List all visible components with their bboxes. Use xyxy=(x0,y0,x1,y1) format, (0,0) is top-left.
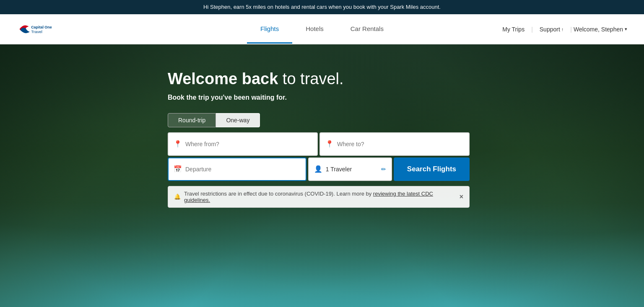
one-way-tab[interactable]: One-way xyxy=(216,113,260,127)
covid-notice-banner: 🔔 Travel restrictions are in effect due … xyxy=(168,186,470,208)
my-trips-link[interactable]: My Trips xyxy=(497,26,530,33)
calendar-icon: 📅 xyxy=(174,165,182,173)
logo[interactable]: Capital One Travel xyxy=(17,21,71,38)
where-to-field[interactable]: 📍 xyxy=(319,132,470,156)
hero-title-rest: to travel. xyxy=(278,70,343,88)
alert-icon: 🔔 xyxy=(174,193,181,200)
nav-divider-1: | xyxy=(530,26,535,33)
nav-links: Flights Hotels Car Rentals xyxy=(247,15,397,44)
travelers-selector[interactable]: 👤 1 Traveler ✏ xyxy=(308,157,392,181)
covid-banner-close-button[interactable]: × xyxy=(460,193,463,201)
hero-section: Welcome back to travel. Book the trip yo… xyxy=(0,44,644,307)
where-to-input[interactable] xyxy=(337,141,464,147)
nav-divider-2: | xyxy=(569,26,574,33)
covid-banner-text: Travel restrictions are in effect due to… xyxy=(184,191,456,203)
travelers-count-label: 1 Traveler xyxy=(326,166,381,173)
support-label: Support xyxy=(540,26,560,33)
promotional-banner: Hi Stephen, earn 5x miles on hotels and … xyxy=(0,0,644,14)
flight-search-form: 📍 📍 📅 👤 1 Traveler ✏ xyxy=(168,132,470,208)
hero-title-bold: Welcome back xyxy=(168,70,278,88)
svg-text:Capital One: Capital One xyxy=(31,25,52,29)
departure-field[interactable]: 📅 xyxy=(168,157,306,181)
navbar-right: My Trips | Support ↑ | Welcome, Stephen … xyxy=(497,26,627,33)
nav-link-car-rentals[interactable]: Car Rentals xyxy=(337,15,397,44)
nav-link-flights[interactable]: Flights xyxy=(247,15,292,44)
where-from-field[interactable]: 📍 xyxy=(168,132,318,156)
hero-title: Welcome back to travel. xyxy=(168,70,644,89)
search-flights-button[interactable]: Search Flights xyxy=(394,157,470,181)
location-pin-icon: 📍 xyxy=(174,140,182,148)
departure-input[interactable] xyxy=(185,166,301,173)
location-pin-to-icon: 📍 xyxy=(325,140,334,148)
svg-text:Travel: Travel xyxy=(31,29,42,34)
support-arrow-icon: ↑ xyxy=(561,27,564,32)
trip-type-tabs: Round-trip One-way xyxy=(168,113,644,127)
hero-subtitle: Book the trip you've been waiting for. xyxy=(168,94,644,101)
hero-content: Welcome back to travel. Book the trip yo… xyxy=(0,44,644,208)
travelers-edit-icon[interactable]: ✏ xyxy=(381,166,386,173)
banner-text: Hi Stephen, earn 5x miles on hotels and … xyxy=(203,4,441,10)
welcome-user-menu[interactable]: Welcome, Stephen ▾ xyxy=(574,26,627,33)
round-trip-tab[interactable]: Round-trip xyxy=(168,113,216,127)
person-icon: 👤 xyxy=(314,165,322,173)
location-row: 📍 📍 xyxy=(168,132,470,156)
where-from-input[interactable] xyxy=(185,141,312,147)
main-navbar: Capital One Travel Flights Hotels Car Re… xyxy=(0,14,644,44)
support-link[interactable]: Support ↑ xyxy=(535,26,569,33)
nav-link-hotels[interactable]: Hotels xyxy=(292,15,337,44)
welcome-user-label: Welcome, Stephen xyxy=(574,26,623,33)
user-dropdown-icon: ▾ xyxy=(625,26,627,32)
date-travelers-row: 📅 👤 1 Traveler ✏ Search Flights xyxy=(168,157,470,181)
logo-svg: Capital One Travel xyxy=(17,21,71,38)
